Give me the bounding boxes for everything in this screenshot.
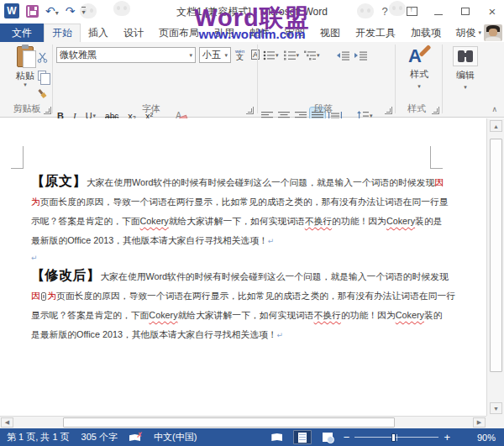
vertical-scroll-thumb[interactable] (490, 139, 502, 372)
help-button[interactable]: ? (376, 3, 393, 18)
scroll-right-icon[interactable]: ▶ (473, 417, 486, 428)
document-line: 示呢？答案是肯定的，下面Cokery就给大家讲解一下，如何实现词语不换行的功能！… (31, 212, 429, 231)
font-dialog-launcher[interactable] (246, 107, 254, 114)
read-mode-button[interactable] (268, 430, 286, 444)
body-text: 大家在使用Word软件的时候有时候会碰到这么一个问题，就是输入一个词语的时候发现 (101, 271, 449, 281)
zoom-control: − + (344, 433, 450, 443)
horizontal-scroll-thumb[interactable] (63, 417, 395, 428)
editing-dropdown-icon: ▾ (464, 85, 467, 90)
web-layout-button[interactable] (318, 430, 337, 444)
ribbon-display-options-button[interactable] (403, 3, 420, 18)
multilevel-list-button[interactable]: ▾ (302, 47, 322, 64)
paragraph-group-label: 段落 (286, 102, 361, 115)
cut-button[interactable] (34, 49, 50, 66)
numbering-dropdown-icon: ▾ (297, 53, 300, 58)
spellcheck-flagged-text: Cokery (140, 216, 169, 226)
scroll-down-icon[interactable]: ▼ (490, 402, 502, 414)
styles-dialog-launcher[interactable] (432, 107, 439, 114)
tab-developer[interactable]: 开发工具 (348, 24, 403, 42)
tab-design[interactable]: 设计 (116, 24, 151, 42)
copy-button[interactable] (34, 67, 50, 84)
character-border-button[interactable]: A (249, 46, 261, 63)
font-size-combobox[interactable]: 小五 ▾ (199, 47, 231, 63)
zoom-slider-thumb[interactable] (391, 433, 396, 442)
tab-references[interactable]: 引用 (207, 24, 242, 42)
bullets-button[interactable]: ▾ (261, 47, 281, 64)
ribbon-tabs: 文件开始插入设计页面布局引用邮件审阅视图开发工具加载项 (0, 24, 504, 42)
clipboard-group-label: 剪贴板 (5, 102, 49, 115)
body-text: 显示呢？答案是肯定的，下面 (31, 310, 149, 320)
character-border-icon: A (251, 50, 260, 60)
zoom-out-button[interactable]: − (344, 433, 350, 443)
document-line: 【原文】大家在使用Word软件的时候有时候会碰到这么一个问题，就是输入一个词语的… (31, 171, 429, 192)
margin-crop-mark (11, 168, 24, 169)
editing-button[interactable]: 编辑 ▾ (447, 46, 484, 90)
tab-file[interactable]: 文件 (0, 24, 44, 42)
web-layout-icon (323, 433, 333, 442)
increase-indent-icon (354, 51, 367, 60)
collapse-ribbon-button[interactable]: ∧ (491, 105, 497, 113)
styles-button[interactable]: A 样式 ▾ (400, 46, 438, 89)
zoom-slider[interactable] (354, 433, 438, 443)
tab-add-ins[interactable]: 加载项 (403, 24, 449, 42)
language-indicator[interactable]: 中文(中国) (154, 431, 197, 443)
tab-mailings[interactable]: 邮件 (242, 24, 277, 42)
bullets-dropdown-icon: ▾ (276, 53, 279, 58)
tab-insert[interactable]: 插入 (81, 24, 116, 42)
spellcheck-flagged-text: 不换行 (305, 216, 332, 226)
close-button[interactable]: × (484, 3, 501, 18)
document-line: 是最新版的Office 2013，其他版本请大家自行寻找相关选项！↵ (31, 325, 429, 344)
numbering-icon (284, 50, 296, 60)
font-name-combobox[interactable]: 微软雅黑 ▾ (56, 47, 196, 63)
multilevel-list-icon (304, 50, 316, 60)
user-avatar[interactable] (484, 24, 502, 41)
print-layout-icon (298, 433, 307, 443)
font-group-label: 字体 (109, 102, 193, 115)
clipboard-dialog-launcher[interactable] (44, 107, 51, 114)
restore-button[interactable] (457, 3, 474, 18)
numbering-button[interactable]: ▾ (282, 47, 302, 64)
zoom-percentage[interactable]: 90% (469, 433, 496, 443)
tab-home[interactable]: 开始 (44, 24, 81, 42)
restore-icon (461, 8, 470, 15)
scissors-icon (37, 52, 48, 63)
format-painter-button[interactable] (34, 86, 50, 102)
body-text: 的功能！因为 (332, 216, 386, 226)
bullets-icon (263, 50, 275, 60)
editing-button-label: 编辑 (456, 69, 475, 81)
font-name-value: 微软雅黑 (60, 49, 97, 61)
red-text: 为 (31, 197, 40, 207)
zoom-in-button[interactable]: + (444, 433, 450, 443)
tab-review[interactable]: 审阅 (277, 24, 312, 42)
print-layout-button[interactable] (293, 430, 312, 444)
scroll-up-icon[interactable]: ▲ (490, 120, 502, 132)
user-dropdown-icon: ▾ (478, 30, 481, 35)
vertical-scrollbar[interactable]: ▲ ▼ (486, 118, 504, 416)
minimize-button[interactable] (430, 3, 447, 18)
increase-indent-button[interactable] (353, 47, 369, 64)
body-text: 是最新版的Office 2013，其他版本请大家自行寻找相关选项！ (31, 329, 277, 339)
horizontal-scrollbar[interactable]: ◀ ▶ (0, 416, 486, 428)
document-line: 【修改后】大家在使用Word软件的时候有时候会碰到这么一个问题，就是输入一个词语… (31, 265, 429, 286)
document-line: 为页面长度的原因，导致一个词语在两行显示，比如常见的成语之类的，那有没有办法让词… (31, 192, 429, 212)
document-line: 最新版的Office 2013，其他版本请大家自行寻找相关选项！↵ (31, 231, 429, 250)
user-account[interactable]: 胡俊 ▾ (455, 24, 502, 42)
paragraph-dialog-launcher[interactable] (385, 107, 392, 114)
spellcheck-flagged-text: Cokery (386, 216, 415, 226)
status-bar: 第 1 页, 共 1 页 305 个字 ✗ 中文(中国) − + 90% (0, 428, 504, 446)
scroll-left-icon[interactable]: ◀ (1, 417, 13, 428)
tab-page-layout[interactable]: 页面布局 (151, 24, 207, 42)
decrease-indent-button[interactable] (335, 47, 351, 64)
document-text[interactable]: 【原文】大家在使用Word软件的时候有时候会碰到这么一个问题，就是输入一个词语的… (31, 171, 429, 344)
body-text: 页面长度的原因，导致一个词语在两行显示，比如常见的成语之类的，那有没有办法让词语… (56, 291, 455, 301)
multilevel-dropdown-icon: ▾ (317, 53, 320, 58)
styles-group-label: 样式 (400, 102, 433, 115)
page-indicator[interactable]: 第 1 页, 共 1 页 (7, 431, 70, 443)
word-count[interactable]: 305 个字 (81, 431, 118, 443)
red-text: 因 (31, 291, 40, 301)
tab-view[interactable]: 视图 (312, 24, 348, 42)
proofing-errors-icon[interactable]: ✗ (129, 433, 142, 442)
body-text: 大家在使用Word软件的时候有时候会碰到这么一个问题，就是输入一个词语的时候发现 (87, 177, 434, 187)
title-bar: W ↶▾ ↷ ▾ 文档1 [兼容模式] - Microsoft Word ? × (0, 0, 504, 24)
phonetic-guide-button[interactable]: wén文 (234, 46, 246, 63)
